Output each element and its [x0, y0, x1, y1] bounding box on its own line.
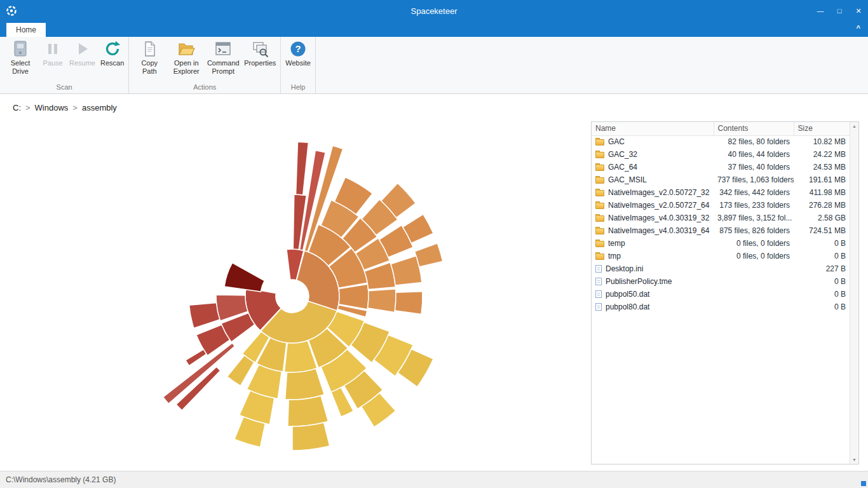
sunburst-segment[interactable] [224, 263, 264, 292]
table-row[interactable]: pubpol80.dat0 B [592, 301, 850, 313]
sunburst-segment[interactable] [285, 369, 325, 400]
column-header-contents[interactable]: Contents [714, 122, 794, 135]
sunburst-segment[interactable] [368, 289, 396, 313]
folder-icon [595, 228, 604, 234]
cell-size: 0 B [794, 288, 850, 301]
table-row[interactable]: GAC_MSIL737 files, 1,063 folders191.61 M… [592, 173, 850, 186]
close-button[interactable]: ✕ [849, 0, 868, 22]
copy-path-icon [140, 40, 158, 58]
file-name: GAC_32 [608, 150, 637, 159]
maximize-button[interactable]: □ [830, 0, 849, 22]
cell-name: Desktop.ini [592, 262, 714, 275]
select-drive-button[interactable]: Select Drive [2, 38, 39, 83]
sunburst-segment[interactable] [395, 292, 423, 315]
cell-contents: 37 files, 40 folders [714, 161, 794, 173]
cell-name: NativeImages_v2.0.50727_64 [592, 199, 714, 212]
table-row[interactable]: pubpol50.dat0 B [592, 288, 850, 301]
cell-contents: 3,897 files, 3,152 fol... [714, 212, 794, 224]
cell-size: 276.28 MB [794, 199, 850, 212]
properties-button[interactable]: Properties [241, 38, 278, 83]
breadcrumb-item-assembly[interactable]: assembly [82, 103, 117, 112]
table-row[interactable]: GAC82 files, 80 folders10.82 MB [592, 135, 850, 148]
cell-contents: 0 files, 0 folders [714, 250, 794, 262]
rescan-button[interactable]: Rescan [98, 38, 126, 83]
cell-size: 411.98 MB [794, 186, 850, 199]
website-button[interactable]: ? Website [283, 38, 313, 83]
table-row[interactable]: NativeImages_v2.0.50727_64173 files, 233… [592, 199, 850, 212]
file-icon [595, 265, 602, 273]
folder-icon [595, 190, 604, 196]
breadcrumb-item-windows[interactable]: Windows [35, 103, 69, 112]
minimize-button[interactable]: — [811, 0, 830, 22]
sunburst-segment[interactable] [186, 349, 207, 366]
cell-name: NativeImages_v4.0.30319_32 [592, 212, 714, 224]
cell-size: 227 B [794, 262, 850, 275]
table-row[interactable]: NativeImages_v4.0.30319_64875 files, 826… [592, 224, 850, 237]
open-in-explorer-button[interactable]: Open in Explorer [168, 38, 205, 83]
table-row[interactable]: GAC_3240 files, 44 folders24.22 MB [592, 148, 850, 161]
cell-name: tmp [592, 250, 714, 262]
column-header-size[interactable]: Size [794, 122, 850, 135]
command-prompt-button[interactable]: Command Prompt [205, 38, 241, 83]
sunburst-segment[interactable] [296, 142, 309, 195]
scrollbar-up-arrow-icon[interactable]: ▲ [852, 124, 857, 128]
column-header-name[interactable]: Name [592, 122, 714, 135]
pause-icon [44, 40, 62, 58]
statusbar: C:\Windows\assembly (4.21 GB) [0, 471, 868, 488]
group-label-actions: Actions [129, 83, 280, 93]
table-row[interactable]: PublisherPolicy.tme0 B [592, 275, 850, 288]
file-name: GAC [608, 137, 625, 146]
file-icon [595, 290, 602, 298]
table-scrollbar[interactable]: ▲ ▼ [850, 122, 858, 464]
ribbon-tab-row: Home ^ [0, 22, 868, 37]
table-row[interactable]: GAC_6437 files, 40 folders24.53 MB [592, 161, 850, 173]
scan-buttons: Select Drive Pause Resume [0, 37, 128, 83]
sunburst-segment[interactable] [292, 423, 330, 451]
sunburst-segment[interactable] [227, 355, 254, 386]
table-row[interactable]: temp0 files, 0 folders0 B [592, 237, 850, 250]
folder-icon [595, 152, 604, 158]
sunburst-chart[interactable] [114, 118, 470, 474]
table-row[interactable]: NativeImages_v2.0.50727_32342 files, 442… [592, 186, 850, 199]
tab-home[interactable]: Home [6, 23, 46, 37]
resume-icon [73, 40, 91, 58]
app-logo-icon[interactable] [6, 5, 17, 17]
file-name: PublisherPolicy.tme [606, 277, 672, 286]
cell-name: pubpol80.dat [592, 301, 714, 313]
sunburst-segment[interactable] [288, 396, 329, 426]
scrollbar-down-arrow-icon[interactable]: ▼ [852, 458, 857, 462]
ribbon-group-help: ? Website Help [281, 37, 316, 93]
file-name: Desktop.ini [606, 264, 643, 273]
cell-contents: 0 files, 0 folders [714, 237, 794, 250]
table-header-row: Name Contents Size [592, 122, 850, 135]
cell-size: 10.82 MB [794, 135, 850, 148]
cell-size: 0 B [794, 250, 850, 262]
cell-contents: 40 files, 44 folders [714, 148, 794, 161]
resume-label: Resume [69, 59, 95, 67]
folder-icon [595, 254, 604, 260]
cell-name: NativeImages_v4.0.30319_64 [592, 224, 714, 237]
breadcrumb-item-drive[interactable]: C: [13, 103, 21, 112]
cell-contents: 82 files, 80 folders [714, 135, 794, 148]
folder-icon [595, 139, 604, 146]
table-row[interactable]: Desktop.ini227 B [592, 262, 850, 275]
pause-label: Pause [43, 59, 62, 67]
sunburst-segment[interactable] [415, 243, 443, 267]
pause-button: Pause [39, 38, 67, 83]
ribbon-collapse-chevron-icon[interactable]: ^ [857, 24, 860, 32]
main-content: C: > Windows > assembly Name Contents Si… [0, 94, 868, 471]
file-table-wrap: Name Contents Size GAC82 files, 80 folde… [592, 122, 850, 464]
copy-path-button[interactable]: Copy Path [131, 38, 168, 83]
table-row[interactable]: tmp0 files, 0 folders0 B [592, 250, 850, 262]
resize-grip[interactable] [861, 481, 866, 486]
table-row[interactable]: NativeImages_v4.0.30319_323,897 files, 3… [592, 212, 850, 224]
cell-name: GAC_64 [592, 161, 714, 173]
cell-size: 24.53 MB [794, 161, 850, 173]
cell-name: GAC_32 [592, 148, 714, 161]
sunburst-segment[interactable] [189, 302, 220, 328]
group-label-scan: Scan [0, 83, 128, 93]
titlebar: Spaceketeer — □ ✕ [0, 0, 868, 22]
open-explorer-icon [177, 40, 195, 58]
cell-name: GAC_MSIL [592, 173, 714, 186]
cell-contents: 737 files, 1,063 folders [714, 173, 794, 186]
